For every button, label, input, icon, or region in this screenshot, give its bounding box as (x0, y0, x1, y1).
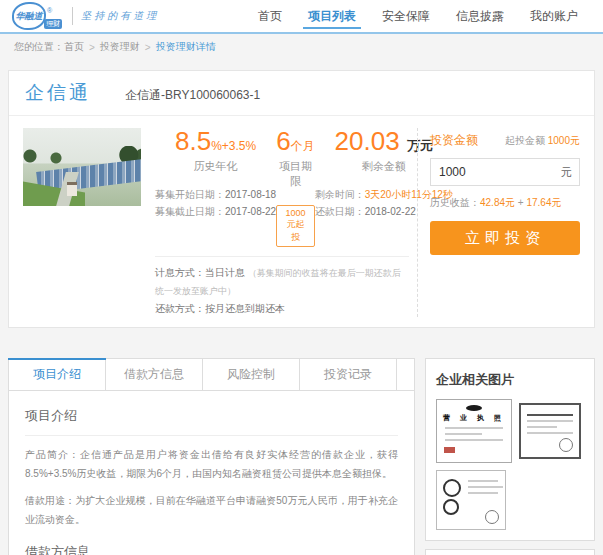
raise-dates: 募集开始日期：2017-08-18 募集截止日期：2017-08-22 (155, 186, 276, 220)
license-emblem (466, 405, 482, 411)
qualification-logo (443, 479, 461, 497)
product-stats-area: 8.5%+3.5% 历史年化 募集开始日期：2017-08-18 募集截止日期：… (155, 128, 409, 317)
repay-method-line: 还款方式：按月还息到期还本 (155, 300, 409, 318)
qualification-text-line (468, 480, 498, 482)
product-code: 企信通-BRY100060063-1 (125, 87, 260, 104)
product-body: 8.5%+3.5% 历史年化 募集开始日期：2017-08-18 募集截止日期：… (9, 116, 594, 327)
company-images-row: 营 业 执 照 (436, 399, 584, 463)
stats-row: 8.5%+3.5% 历史年化 募集开始日期：2017-08-18 募集截止日期：… (155, 128, 409, 247)
nav-item-project-list[interactable]: 项目列表 (295, 0, 369, 32)
detail-content: 项目介绍 产品简介：企信通产品是用户将资金出借给有良好实体经营的借款企业，获得8… (9, 391, 414, 555)
photo-hut (67, 182, 77, 196)
certificate-image[interactable] (519, 403, 581, 459)
repay-date-value: 2018-02-22 (365, 206, 416, 217)
term-suffix: 个月 (291, 139, 315, 153)
amount-input-wrap: 元 (430, 158, 580, 186)
borrower-info-title: 借款方信息 (25, 543, 398, 555)
logo-divider (72, 7, 73, 25)
min-invest-info: 起投金额 1000元 (505, 134, 580, 148)
tab-project-intro[interactable]: 项目介绍 (9, 359, 106, 390)
project-images-card: 项目相关图片 (425, 549, 595, 555)
stat-term: 6个月 项目期限 1000元起投 (276, 128, 314, 247)
vertical-divider (417, 128, 418, 317)
nav-item-disclosure[interactable]: 信息披露 (443, 0, 517, 32)
profit-line: 历史收益：42.84元 + 17.64元 (430, 196, 580, 210)
product-name: 企信通 (25, 80, 91, 106)
rate-number: 8.5 (175, 126, 211, 156)
tab-borrower-info[interactable]: 借款方信息 (106, 359, 203, 390)
invest-now-button[interactable]: 立即投资 (430, 221, 580, 255)
raise-start-line: 募集开始日期：2017-08-18 (155, 186, 276, 203)
annual-rate-label: 历史年化 (155, 159, 276, 174)
repay-method-label: 还款方式： (155, 303, 205, 314)
qualification-image[interactable] (436, 470, 506, 530)
logo-subtitle: 理财 (44, 19, 62, 29)
nav-item-security[interactable]: 安全保障 (369, 0, 443, 32)
license-text-line (445, 427, 503, 429)
business-license-image[interactable]: 营 业 执 照 (436, 399, 512, 463)
nav-item-home[interactable]: 首页 (245, 0, 295, 32)
profit-label: 历史收益： (430, 197, 480, 208)
remaining-suffix: 万元 (407, 138, 433, 153)
company-images-title: 企业相关图片 (436, 371, 584, 389)
breadcrumb-separator: > (89, 42, 95, 53)
section-borrower-info: 借款方信息 借款企业介绍：该借款企业主要经营农作物、经济作物的种植服务。 经营状… (25, 543, 398, 555)
term-value: 6个月 (276, 128, 314, 154)
certificate-text-line (527, 420, 573, 422)
main-area: 项目介绍 借款方信息 风险控制 投资记录 项目介绍 产品简介：企信通产品是用户将… (8, 358, 595, 555)
tab-risk-control[interactable]: 风险控制 (203, 359, 300, 390)
product-title-row: 企信通 企信通-BRY100060063-1 (9, 71, 594, 116)
raise-end-label: 募集截止日期： (155, 206, 225, 217)
invest-amount-label: 投资金额 (430, 132, 478, 149)
tab-invest-records[interactable]: 投资记录 (300, 359, 397, 390)
breadcrumb-invest[interactable]: 投资理财 (100, 40, 140, 54)
interest-method-value: 当日计息 (205, 267, 245, 278)
right-sidebar: 企业相关图片 营 业 执 照 (425, 358, 595, 555)
project-photo[interactable] (23, 128, 141, 206)
profit-extra-value: 17.64元 (526, 197, 561, 208)
loan-purpose-paragraph: 借款用途：为扩大企业规模，目前在华融道平台申请融资50万元人民币，用于补充企业流… (25, 492, 398, 529)
registered-mark: ® (47, 7, 52, 14)
breadcrumb-current: 投资理财详情 (156, 40, 216, 54)
section-project-intro: 项目介绍 产品简介：企信通产品是用户将资金出借给有良好实体经营的借款企业，获得8… (25, 407, 398, 529)
project-intro-title: 项目介绍 (25, 407, 398, 436)
certificate-seal (559, 438, 573, 452)
amount-unit: 元 (561, 165, 572, 180)
interest-method-label: 计息方式： (155, 267, 205, 278)
breadcrumb-separator: > (145, 42, 151, 53)
invest-header-row: 投资金额 起投金额 1000元 (430, 132, 580, 149)
min-invest-label: 起投金额 (505, 135, 545, 146)
qualification-logo (443, 499, 459, 515)
qualification-text-line (468, 492, 498, 494)
top-header: 华融道 ® 理财 坚持的有道理 首页 项目列表 安全保障 信息披露 我的账户 (0, 0, 603, 34)
breadcrumb: 您的位置： 首页 > 投资理财 > 投资理财详情 (0, 34, 603, 60)
qualification-text-line (468, 486, 503, 488)
nav-item-my-account[interactable]: 我的账户 (517, 0, 591, 32)
breadcrumb-home[interactable]: 首页 (64, 40, 84, 54)
license-title: 营 业 执 照 (443, 413, 505, 423)
term-label: 项目期限 (276, 159, 314, 189)
raise-end-value: 2017-08-22 (225, 206, 276, 217)
raise-end-line: 募集截止日期：2017-08-22 (155, 203, 276, 220)
repay-method-value: 按月还息到期还本 (205, 303, 285, 314)
license-red-stamp (444, 447, 455, 453)
profit-value: 42.84元 (480, 197, 515, 208)
profit-plus: + (518, 197, 524, 208)
min-invest-value: 1000元 (548, 135, 580, 146)
project-intro-paragraph: 产品简介：企信通产品是用户将资金出借给有良好实体经营的借款企业，获得8.5%+3… (25, 446, 398, 483)
stat-annual-rate: 8.5%+3.5% 历史年化 募集开始日期：2017-08-18 募集截止日期：… (155, 128, 276, 247)
remain-time-label: 剩余时间： (315, 189, 365, 200)
certificate-text-line (527, 426, 557, 428)
raise-start-value: 2017-08-18 (225, 189, 276, 200)
term-number: 6 (276, 126, 290, 156)
site-logo[interactable]: 华融道 ® 理财 坚持的有道理 (12, 2, 159, 30)
annual-rate-value: 8.5%+3.5% (155, 128, 276, 154)
logo-seal-icon: 华融道 (12, 2, 46, 30)
amount-input[interactable] (430, 158, 580, 186)
detail-tabs: 项目介绍 借款方信息 风险控制 投资记录 (9, 359, 414, 391)
breadcrumb-prefix: 您的位置： (14, 40, 64, 54)
certificate-text-line (527, 414, 573, 416)
repay-date-label: 还款日期： (315, 206, 365, 217)
certificate-text-line (527, 432, 573, 434)
main-nav: 首页 项目列表 安全保障 信息披露 我的账户 (245, 0, 591, 32)
